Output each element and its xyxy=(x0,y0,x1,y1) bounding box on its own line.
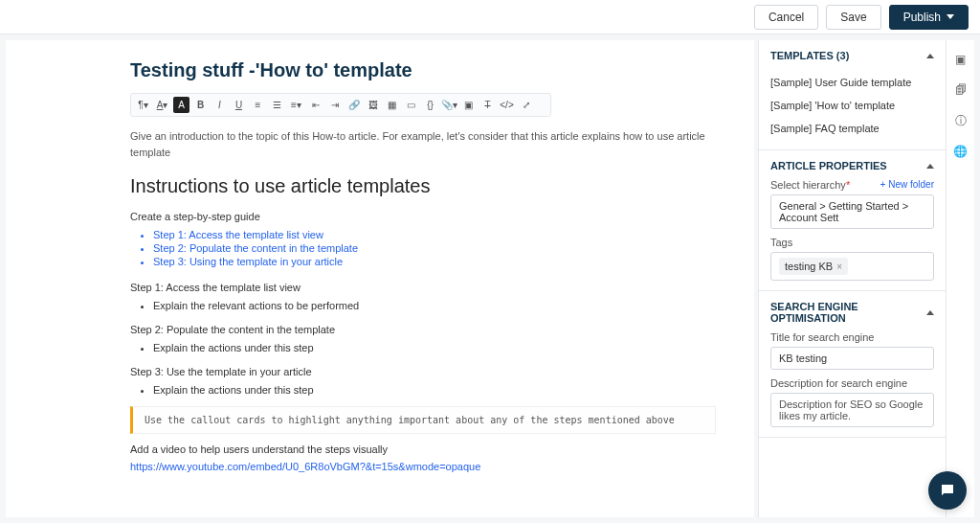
rich-text-toolbar: ¶▾ A▾ A B I U ≡ ☰ ≡▾ ⇤ ⇥ 🔗 🖼 ▦ ▭ {} 📎▾ ▣… xyxy=(130,93,551,117)
chat-icon xyxy=(939,482,956,499)
publish-button[interactable]: Publish xyxy=(889,5,969,30)
cancel-button[interactable]: Cancel xyxy=(754,5,818,30)
properties-panel-header[interactable]: ARTICLE PROPERTIES xyxy=(770,160,934,171)
toc-link[interactable]: Step 3: Using the template in your artic… xyxy=(153,255,716,268)
underline-icon[interactable]: U xyxy=(231,97,247,113)
tag-remove-icon[interactable]: × xyxy=(836,262,842,272)
top-action-bar: Cancel Save Publish xyxy=(0,0,980,34)
editor-pane: Testing stuff -'How to' template ¶▾ A▾ A… xyxy=(6,40,754,517)
image-icon[interactable]: 🖼 xyxy=(365,97,381,113)
seo-panel-header[interactable]: SEARCH ENGINE OPTIMISATION xyxy=(770,301,934,324)
templates-title: TEMPLATES xyxy=(770,50,834,61)
template-item[interactable]: [Sample] 'How to' template xyxy=(770,94,934,117)
step-heading[interactable]: Step 1: Access the template list view xyxy=(130,282,716,293)
right-icon-rail: ▣ 🗐 ⓘ 🌐 xyxy=(946,40,974,517)
hierarchy-label: Select hierarchy xyxy=(770,179,846,191)
new-folder-link[interactable]: + New folder xyxy=(880,179,934,191)
seo-title-input[interactable]: KB testing xyxy=(770,347,934,370)
callout-icon[interactable]: ▣ xyxy=(460,97,477,113)
right-sidebar: TEMPLATES (3) [Sample] User Guide templa… xyxy=(758,40,946,517)
source-icon[interactable]: </> xyxy=(499,97,515,113)
link-icon[interactable]: 🔗 xyxy=(345,97,362,113)
hierarchy-select[interactable]: General > Getting Started > Account Sett xyxy=(770,194,934,229)
clear-format-icon[interactable]: T xyxy=(479,97,496,113)
seo-title-label: Title for search engine xyxy=(770,331,874,343)
seo-desc-textarea[interactable]: Description for SEO so Google likes my a… xyxy=(770,393,934,427)
save-button[interactable]: Save xyxy=(826,5,880,30)
publish-label: Publish xyxy=(903,11,941,24)
step-heading[interactable]: Step 3: Use the template in your article xyxy=(130,366,716,377)
chat-fab-button[interactable] xyxy=(928,471,967,510)
chevron-up-icon xyxy=(926,54,934,58)
intro-text[interactable]: Give an introduction to the topic of thi… xyxy=(130,128,716,160)
chevron-up-icon xyxy=(926,164,934,169)
align-icon[interactable]: ≡▾ xyxy=(288,97,304,113)
info-rail-icon[interactable]: ⓘ xyxy=(953,113,969,128)
seo-desc-label: Description for search engine xyxy=(770,377,907,389)
font-color-icon[interactable]: A▾ xyxy=(154,97,170,113)
toc-link[interactable]: Step 1: Access the template list view xyxy=(153,228,716,241)
globe-rail-icon[interactable]: 🌐 xyxy=(953,144,969,159)
article-title[interactable]: Testing stuff -'How to' template xyxy=(130,59,716,81)
bold-icon[interactable]: B xyxy=(192,97,209,113)
tag-label: testing KB xyxy=(785,261,833,272)
tag-chip: testing KB × xyxy=(779,258,848,275)
video-label[interactable]: Add a video to help users understand the… xyxy=(130,443,716,455)
publish-dropdown-caret[interactable] xyxy=(947,14,954,19)
section-heading[interactable]: Instructions to use article templates xyxy=(130,175,716,197)
templates-panel-header[interactable]: TEMPLATES (3) xyxy=(770,50,934,61)
template-item[interactable]: [Sample] FAQ template xyxy=(770,117,934,140)
tags-label: Tags xyxy=(770,237,792,248)
required-icon: * xyxy=(846,179,850,191)
attachments-rail-icon[interactable]: 🗐 xyxy=(953,82,969,98)
indent-icon[interactable]: ⇥ xyxy=(326,97,343,113)
templates-count: (3) xyxy=(836,50,849,61)
chevron-up-icon xyxy=(926,310,934,315)
template-item[interactable]: [Sample] User Guide template xyxy=(770,71,934,94)
expand-icon[interactable]: ⤢ xyxy=(518,97,534,113)
video-link[interactable]: https://www.youtube.com/embed/U0_6R8oVbG… xyxy=(130,461,716,472)
table-icon[interactable]: ▦ xyxy=(384,97,400,113)
callout-card[interactable]: Use the callout cards to highlight anyth… xyxy=(130,406,716,434)
code-block-icon[interactable]: {} xyxy=(422,97,438,113)
step-bullet[interactable]: Explain the actions under this step xyxy=(153,341,716,354)
heading-dropdown-icon[interactable]: ¶▾ xyxy=(135,97,151,113)
toc-link[interactable]: Step 2: Populate the content in the temp… xyxy=(153,241,716,255)
numbered-list-icon[interactable]: ☰ xyxy=(269,97,285,113)
bullet-list-icon[interactable]: ≡ xyxy=(250,97,266,113)
attachment-icon[interactable]: 📎▾ xyxy=(441,97,457,113)
guide-label[interactable]: Create a step-by-step guide xyxy=(130,211,716,222)
italic-icon[interactable]: I xyxy=(212,97,228,113)
seo-title: SEARCH ENGINE OPTIMISATION xyxy=(770,301,926,324)
highlight-icon[interactable]: A xyxy=(173,97,189,113)
step-bullet[interactable]: Explain the actions under this step xyxy=(153,383,716,397)
tags-input[interactable]: testing KB × xyxy=(770,252,934,281)
step-bullet[interactable]: Explain the relevant actions to be perfo… xyxy=(153,299,716,312)
panel-toggle-icon[interactable]: ▣ xyxy=(953,52,969,67)
step-heading[interactable]: Step 2: Populate the content in the temp… xyxy=(130,324,716,335)
properties-title: ARTICLE PROPERTIES xyxy=(770,160,887,171)
video-icon[interactable]: ▭ xyxy=(403,97,419,113)
outdent-icon[interactable]: ⇤ xyxy=(307,97,323,113)
